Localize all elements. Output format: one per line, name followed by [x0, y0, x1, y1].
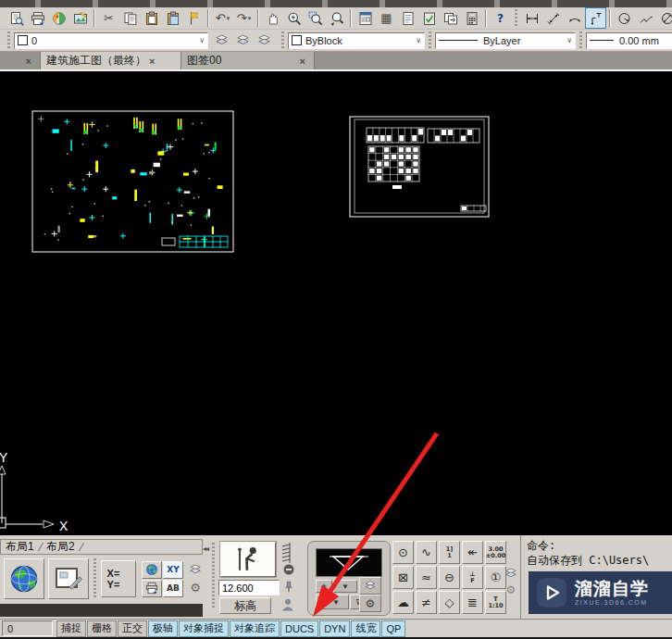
zoom-previous-button[interactable] [326, 7, 347, 29]
world-view-button[interactable] [4, 558, 44, 599]
close-icon[interactable]: × [23, 56, 34, 67]
layer-states-manager-button[interactable] [254, 30, 275, 51]
multi-leader-button[interactable]: ≣ [462, 591, 483, 614]
layer-previous-button[interactable] [232, 30, 254, 51]
device-diamond-button[interactable]: ◆ [316, 580, 332, 593]
xy-cell-button[interactable]: XY [163, 561, 183, 579]
close-icon[interactable]: × [146, 56, 157, 67]
toolbar-grip[interactable] [7, 31, 10, 49]
ab-cell-button[interactable]: AB [163, 580, 183, 597]
preview-button[interactable] [6, 7, 27, 29]
redo-button[interactable]: ↷▾ [233, 7, 255, 29]
properties-palette-button[interactable] [355, 7, 376, 29]
file-tab-图签00[interactable]: 图签00× [181, 52, 315, 69]
mini-globe-button[interactable] [142, 561, 162, 579]
status-toggle-对象追踪[interactable]: 对象追踪 [230, 620, 280, 637]
coordinate-dim-button[interactable]: ⊙ [392, 541, 414, 564]
person-tool[interactable] [280, 596, 296, 613]
gear-icon[interactable]: ⚙ [190, 581, 201, 595]
copy-button[interactable] [119, 7, 141, 29]
linetype-combo[interactable]: ByLayer ∨ [435, 32, 576, 49]
xy-coordinate-button[interactable]: X= Y= [101, 560, 136, 597]
device-layers-button[interactable] [359, 577, 381, 595]
section-cut-button[interactable]: ⊠ [392, 566, 414, 589]
layout-tab-布局1[interactable]: 布局1 [6, 539, 34, 555]
wave-line-button[interactable]: ∿ [416, 541, 437, 564]
status-toggle-栅格[interactable]: 栅格 [87, 620, 117, 637]
file-tab-建筑施工图（最终）[interactable]: 建筑施工图（最终）× [41, 52, 181, 69]
index-pointer-button[interactable]: 1]1 [439, 541, 460, 564]
layer-combo[interactable]: 0 ∨ [14, 32, 208, 49]
image-edit-button[interactable] [69, 7, 91, 29]
color-combo[interactable]: ByBlock ∨ [288, 32, 425, 49]
dim-jogged-button[interactable] [635, 7, 656, 29]
dropdown-caret-icon[interactable]: ▾ [227, 15, 230, 22]
paste-button[interactable] [141, 7, 162, 29]
layer-properties-manager-button[interactable] [211, 30, 232, 51]
toolbar-grip[interactable] [281, 31, 284, 49]
dropdown-caret-icon[interactable]: ▾ [248, 15, 252, 22]
new-layout-button[interactable] [48, 558, 89, 599]
revision-cloud-button[interactable]: ☁ [392, 591, 414, 614]
status-toggle-正交[interactable]: 正交 [118, 620, 147, 637]
elevation-label-button[interactable]: 标高 [219, 597, 271, 614]
collapse-arrows-icon[interactable]: ◂◂ [203, 545, 208, 553]
dock-grip[interactable] [212, 543, 215, 609]
elevation-symbol-button[interactable]: 3.00±0.00 [485, 541, 506, 564]
dim-diameter-button[interactable] [656, 7, 672, 29]
layers-icon[interactable] [504, 567, 518, 580]
command-line-panel[interactable]: 命令: 自动保存到 C:\Users\ 溜溜自学 ZIXUE.3D66.COM [520, 535, 672, 619]
toolbar-grip[interactable] [515, 9, 517, 27]
dim-radius-button[interactable] [614, 7, 635, 29]
file-tab-partial[interactable]: × [0, 52, 41, 69]
design-center-button[interactable]: ▦ [376, 7, 397, 29]
close-icon[interactable]: × [297, 56, 308, 67]
break-mark-button[interactable]: ≠ [416, 591, 437, 614]
help-button[interactable]: ? [490, 7, 511, 29]
diamond-dim-button[interactable]: ◇ [439, 591, 460, 614]
surveyor-button[interactable] [220, 542, 276, 577]
pipe-break-button[interactable]: ⊖ [439, 566, 460, 589]
layers-icon[interactable] [188, 563, 203, 576]
dim-linear-button[interactable] [521, 7, 542, 29]
status-toggle-线宽[interactable]: 线宽 [351, 620, 380, 637]
dim-aligned-button[interactable] [542, 7, 564, 29]
markup-set-manager-button[interactable] [418, 7, 440, 29]
contour-tool[interactable] [278, 541, 298, 576]
status-toggle-对象捕捉[interactable]: 对象捕捉 [179, 620, 229, 637]
toolbar-grip[interactable] [579, 31, 582, 49]
match-properties-button[interactable] [183, 7, 205, 29]
dim-arc-length-button[interactable] [564, 7, 585, 29]
toolbar-grip[interactable] [429, 31, 431, 49]
status-toggle-捕捉[interactable]: 捕捉 [56, 620, 86, 637]
updown-leader-button[interactable]: ⊥F [462, 566, 483, 589]
cut-button[interactable]: ✂ [98, 7, 119, 29]
elevation-input[interactable] [218, 580, 280, 595]
status-toggle-DUCS[interactable]: DUCS [280, 620, 318, 637]
mini-stamp-button[interactable] [142, 580, 162, 597]
device-down-button[interactable]: ▼ [333, 580, 357, 593]
status-toggle-QP[interactable]: QP [381, 620, 405, 637]
lineweight-combo[interactable]: 0.00 mm [586, 32, 672, 49]
drawing-canvas[interactable]: YX [0, 71, 672, 535]
publish-button[interactable] [440, 7, 461, 29]
zoom-realtime-button[interactable] [283, 7, 305, 29]
zoom-window-button[interactable] [305, 7, 326, 29]
render-button[interactable] [48, 7, 69, 29]
undo-button[interactable]: ↶▾ [212, 7, 233, 29]
sheet-set-manager-button[interactable] [397, 7, 418, 29]
device-double-down-button[interactable]: ▼▼ [316, 595, 349, 609]
paste-special-button[interactable] [162, 7, 183, 29]
quick-calc-button[interactable] [461, 7, 482, 29]
palette-grip[interactable] [93, 558, 96, 599]
double-wave-button[interactable]: ≈ [416, 566, 437, 589]
dim-ordinate-button[interactable] [585, 7, 606, 29]
gear-icon[interactable]: ⚙ [506, 583, 516, 596]
arrow-leader-button[interactable]: ↞ [462, 541, 483, 564]
layout-tab-布局2[interactable]: 布局2 [46, 539, 75, 555]
plot-button[interactable] [27, 7, 48, 29]
device-gear-button[interactable]: ⚙ [359, 595, 381, 612]
pin-tool[interactable] [281, 580, 296, 595]
status-toggle-DYN[interactable]: DYN [319, 620, 350, 637]
pan-button[interactable] [262, 7, 283, 29]
